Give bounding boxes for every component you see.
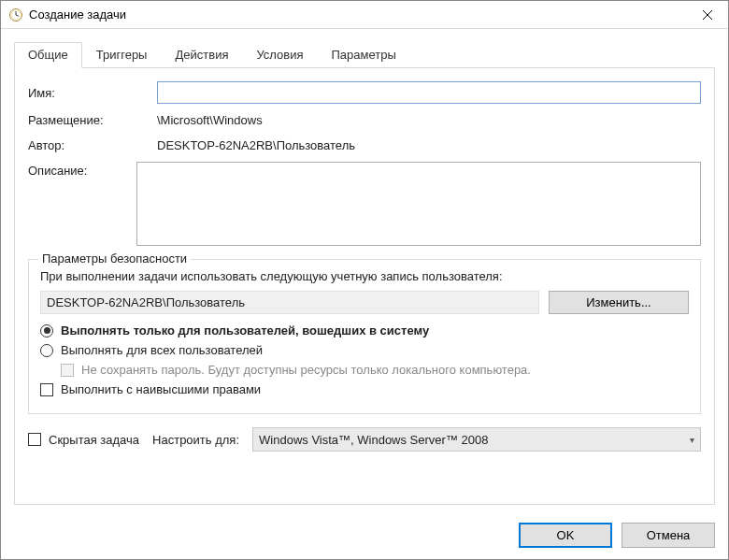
tab-general[interactable]: Общие: [14, 42, 82, 68]
account-display: DESKTOP-62NA2RB\Пользователь: [40, 291, 539, 314]
checkbox-icon: [61, 364, 74, 377]
tab-conditions[interactable]: Условия: [242, 42, 317, 68]
change-user-button[interactable]: Изменить...: [549, 291, 689, 314]
check-highest-privileges[interactable]: Выполнить с наивысшими правами: [40, 382, 689, 396]
security-groupbox: Параметры безопасности При выполнении за…: [28, 259, 701, 414]
name-label: Имя:: [28, 86, 157, 100]
create-task-window: Создание задачи Общие Триггеры Действия …: [0, 0, 729, 560]
radio-run-any-user[interactable]: Выполнять для всех пользователей: [40, 343, 689, 357]
check-hidden-task[interactable]: Скрытая задача: [28, 433, 139, 447]
tab-actions[interactable]: Действия: [161, 42, 242, 68]
description-label: Описание:: [28, 162, 136, 246]
radio-icon: [40, 344, 53, 357]
name-input[interactable]: [157, 81, 701, 104]
description-input[interactable]: [136, 162, 701, 246]
tabstrip: Общие Триггеры Действия Условия Параметр…: [14, 42, 715, 68]
close-icon: [703, 10, 712, 20]
radio-logged-on-label: Выполнять только для пользователей, воше…: [61, 323, 429, 337]
highest-privileges-label: Выполнить с наивысшими правами: [61, 382, 261, 396]
location-value: \Microsoft\Windows: [157, 111, 701, 129]
tab-page-general: Имя: Размещение: \Microsoft\Windows Авто…: [14, 68, 715, 505]
radio-any-user-label: Выполнять для всех пользователей: [61, 343, 263, 357]
close-button[interactable]: [686, 1, 728, 29]
checkbox-icon: [40, 383, 53, 396]
author-value: DESKTOP-62NA2RB\Пользователь: [157, 136, 701, 154]
configure-for-combobox[interactable]: Windows Vista™, Windows Server™ 2008 ▾: [252, 427, 701, 452]
run-as-text: При выполнении задачи использовать следу…: [40, 269, 689, 283]
client-area: Общие Триггеры Действия Условия Параметр…: [1, 29, 728, 514]
location-label: Размещение:: [28, 113, 157, 127]
radio-run-logged-on[interactable]: Выполнять только для пользователей, воше…: [40, 323, 689, 337]
ok-button[interactable]: OK: [519, 523, 612, 548]
tab-triggers[interactable]: Триггеры: [82, 42, 162, 68]
no-store-password-label: Не сохранять пароль. Будут доступны ресу…: [81, 363, 531, 377]
chevron-down-icon: ▾: [690, 435, 694, 445]
author-label: Автор:: [28, 138, 157, 152]
configure-for-value: Windows Vista™, Windows Server™ 2008: [259, 433, 488, 447]
tab-settings[interactable]: Параметры: [318, 42, 410, 68]
hidden-task-label: Скрытая задача: [49, 433, 139, 447]
clock-icon: [8, 7, 23, 22]
checkbox-icon: [28, 433, 41, 446]
dialog-buttons: OK Отмена: [1, 514, 728, 559]
cancel-button[interactable]: Отмена: [622, 523, 715, 548]
titlebar: Создание задачи: [1, 1, 728, 29]
check-no-store-password: Не сохранять пароль. Будут доступны ресу…: [61, 363, 689, 377]
security-legend: Параметры безопасности: [38, 251, 191, 266]
radio-icon: [40, 324, 53, 337]
configure-for-label: Настроить для:: [152, 433, 239, 447]
window-title: Создание задачи: [29, 7, 686, 22]
